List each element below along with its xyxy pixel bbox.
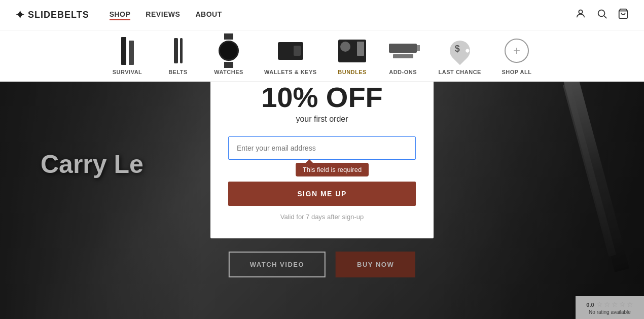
addons-icon bbox=[389, 44, 417, 58]
nav-shop[interactable]: SHOP bbox=[110, 10, 131, 20]
cat-watches[interactable]: WATCHES bbox=[203, 36, 254, 81]
logo-icon: ✦ bbox=[15, 9, 25, 22]
header-icons bbox=[575, 8, 629, 22]
cat-shop-all-label: SHOP ALL bbox=[502, 69, 531, 75]
logo[interactable]: ✦ SLIDEBELTS bbox=[15, 9, 89, 22]
email-input[interactable] bbox=[228, 136, 416, 160]
nav-about[interactable]: ABOUT bbox=[195, 10, 222, 20]
nav-reviews[interactable]: REVIEWS bbox=[146, 10, 180, 20]
svg-point-0 bbox=[579, 10, 582, 14]
field-error-bubble: This field is required bbox=[296, 163, 369, 176]
cat-watches-label: WATCHES bbox=[214, 69, 243, 75]
search-icon[interactable] bbox=[596, 8, 607, 22]
svg-line-2 bbox=[604, 16, 606, 18]
account-icon[interactable] bbox=[575, 8, 586, 22]
cat-bundles-label: BUNDLES bbox=[338, 69, 367, 75]
cat-survival[interactable]: SURVIVAL bbox=[102, 36, 153, 81]
cat-belts-label: BELTS bbox=[168, 69, 188, 75]
cat-wallets-label: WALLETS & KEYS bbox=[264, 69, 317, 75]
watches-icon bbox=[219, 41, 239, 61]
bundles-icon bbox=[338, 40, 366, 62]
modal-order-text: your first order bbox=[228, 115, 416, 124]
survival-icon bbox=[121, 37, 134, 65]
cat-bundles[interactable]: BUNDLES bbox=[327, 36, 378, 81]
sign-up-button[interactable]: SIGN ME UP bbox=[228, 182, 416, 206]
field-error-container: This field is required bbox=[296, 163, 369, 176]
cat-last-chance-label: LAST CHANCE bbox=[439, 69, 481, 75]
cat-shop-all[interactable]: + SHOP ALL bbox=[491, 36, 542, 81]
valid-text: Valid for 7 days after sign-up bbox=[228, 213, 416, 221]
last-chance-icon: $ bbox=[449, 40, 471, 62]
cart-icon[interactable] bbox=[618, 8, 629, 22]
modal-discount-text: 10% OFF bbox=[228, 83, 416, 112]
belts-icon bbox=[174, 38, 183, 63]
cat-survival-label: SURVIVAL bbox=[113, 69, 142, 75]
cat-wallets[interactable]: WALLETS & KEYS bbox=[254, 36, 327, 81]
wallets-icon bbox=[278, 42, 303, 60]
shop-all-icon: + bbox=[505, 39, 529, 63]
svg-point-1 bbox=[598, 10, 605, 17]
cat-addons-label: ADD-ONS bbox=[389, 69, 417, 75]
cat-last-chance[interactable]: $ LAST CHANCE bbox=[428, 36, 491, 81]
main-nav: SHOP REVIEWS ABOUT bbox=[110, 10, 575, 20]
cat-belts[interactable]: BELTS bbox=[153, 36, 203, 81]
cat-addons[interactable]: ADD-ONS bbox=[378, 36, 428, 81]
logo-text: SLIDEBELTS bbox=[28, 10, 89, 20]
